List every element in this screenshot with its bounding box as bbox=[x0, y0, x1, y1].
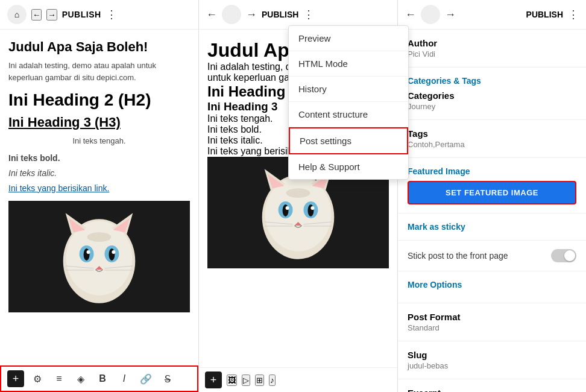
tags-label: Tags bbox=[408, 128, 576, 139]
categories-label: Categories bbox=[408, 90, 576, 101]
settings-button[interactable]: ⚙ bbox=[29, 370, 46, 387]
excerpt-section: Excerpt Not Set bbox=[398, 379, 586, 392]
italic-button[interactable]: I bbox=[116, 370, 133, 387]
left-home-button[interactable]: ⌂ bbox=[7, 5, 27, 24]
middle-gallery-button[interactable]: ⊞ bbox=[255, 375, 264, 386]
middle-back-button[interactable]: ← bbox=[206, 8, 217, 21]
gallery-icon: ⊞ bbox=[256, 376, 263, 385]
svg-point-10 bbox=[109, 248, 115, 261]
menu-item-post-settings[interactable]: Post settings bbox=[289, 127, 408, 154]
strikethrough-button[interactable]: S̶ bbox=[159, 370, 176, 387]
svg-point-37 bbox=[286, 188, 310, 198]
middle-more-button[interactable]: ⋮ bbox=[303, 8, 314, 21]
left-bottom-toolbar: + ⚙ ≡ ◈ B I 🔗 S̶ bbox=[0, 365, 198, 392]
menu-item-preview[interactable]: Preview bbox=[289, 26, 408, 51]
excerpt-label: Excerpt bbox=[408, 388, 576, 392]
menu-item-content-structure[interactable]: Content structure bbox=[289, 102, 408, 127]
svg-point-9 bbox=[84, 248, 90, 261]
middle-video-button[interactable]: ▷ bbox=[242, 375, 250, 386]
left-bold-text: Ini teks bold. bbox=[8, 152, 190, 165]
stick-post-section: Stick post to the front page bbox=[398, 241, 586, 271]
post-format-value: Standard bbox=[408, 323, 576, 332]
svg-point-28 bbox=[283, 204, 289, 217]
undo-icon: ← bbox=[33, 10, 40, 19]
mark-sticky-link[interactable]: Mark as sticky bbox=[408, 222, 576, 232]
align-icon: ≡ bbox=[56, 373, 61, 384]
italic-icon: I bbox=[123, 373, 125, 384]
more-options-section: More Options bbox=[398, 271, 586, 303]
stick-post-label: Stick post to the front page bbox=[408, 251, 508, 261]
drop-button[interactable]: ◈ bbox=[72, 370, 89, 387]
middle-audio-button[interactable]: ♪ bbox=[269, 375, 276, 386]
featured-image-label[interactable]: Featured Image bbox=[408, 166, 576, 176]
tags-section: Tags Contoh,Pertama bbox=[398, 120, 586, 158]
video-icon: ▷ bbox=[243, 376, 249, 385]
image-icon: 🖼 bbox=[228, 376, 236, 385]
drop-icon: ◈ bbox=[77, 373, 84, 385]
left-body: Ini adalah testing, demo atau apalah unt… bbox=[8, 60, 190, 83]
svg-point-29 bbox=[307, 204, 313, 217]
middle-publish-button[interactable]: PUBLISH bbox=[262, 10, 298, 19]
left-redo-button[interactable]: → bbox=[46, 9, 57, 21]
svg-point-12 bbox=[112, 250, 115, 254]
left-more-button[interactable]: ⋮ bbox=[106, 8, 117, 21]
tags-value: Contoh,Pertama bbox=[408, 140, 576, 149]
left-publish-button[interactable]: PUBLISH bbox=[62, 10, 101, 19]
right-home-button[interactable] bbox=[421, 5, 440, 24]
post-format-label: Post Format bbox=[408, 312, 576, 322]
slug-section: Slug judul-bebas bbox=[398, 341, 586, 379]
svg-point-31 bbox=[310, 206, 314, 210]
featured-image-section: Featured Image SET FEATURED IMAGE bbox=[398, 158, 586, 213]
svg-point-11 bbox=[87, 250, 90, 254]
categories-value: Journey bbox=[408, 102, 576, 111]
bold-button[interactable]: B bbox=[94, 370, 111, 387]
home-icon: ⌂ bbox=[14, 10, 19, 19]
bold-icon: B bbox=[99, 373, 106, 384]
strikethrough-icon: S̶ bbox=[165, 373, 171, 385]
left-content: Judul Apa Saja Boleh! Ini adalah testing… bbox=[0, 30, 198, 365]
categories-tags-link[interactable]: Categories & Tags bbox=[408, 76, 576, 86]
mark-sticky-section: Mark as sticky bbox=[398, 213, 586, 241]
gear-icon: ⚙ bbox=[33, 373, 42, 385]
stick-post-row: Stick post to the front page bbox=[408, 249, 576, 262]
set-featured-image-button[interactable]: SET FEATURED IMAGE bbox=[408, 181, 576, 204]
left-undo-button[interactable]: ← bbox=[31, 9, 42, 21]
slug-label: Slug bbox=[408, 350, 576, 360]
left-h2: Ini Heading 2 (H2) bbox=[8, 90, 190, 110]
svg-point-30 bbox=[286, 206, 289, 210]
author-value: Pici Vidi bbox=[408, 49, 576, 58]
audio-icon: ♪ bbox=[270, 376, 274, 385]
link-icon: 🔗 bbox=[140, 373, 152, 385]
left-cat-image bbox=[8, 201, 190, 312]
add-block-button[interactable]: + bbox=[7, 370, 24, 387]
middle-bottom-toolbar: + 🖼 ▷ ⊞ ♪ bbox=[199, 367, 397, 392]
middle-home-button[interactable] bbox=[222, 5, 241, 24]
dropdown-menu: Preview HTML Mode History Content struct… bbox=[288, 25, 409, 180]
right-more-button[interactable]: ⋮ bbox=[568, 8, 579, 21]
right-forward-button[interactable]: → bbox=[445, 8, 456, 21]
left-title: Judul Apa Saja Boleh! bbox=[8, 39, 190, 55]
menu-item-history[interactable]: History bbox=[289, 77, 408, 102]
middle-forward-button[interactable]: → bbox=[246, 8, 257, 21]
stick-post-toggle[interactable] bbox=[551, 249, 576, 262]
link-button[interactable]: 🔗 bbox=[137, 370, 154, 387]
left-link-text: Ini teks yang berisikan link. bbox=[8, 182, 190, 195]
left-editor-panel: ⌂ ← → PUBLISH ⋮ Judul Apa Saja Boleh! In… bbox=[0, 0, 199, 392]
redo-icon: → bbox=[48, 10, 55, 19]
middle-image-button[interactable]: 🖼 bbox=[227, 375, 237, 386]
menu-item-html-mode[interactable]: HTML Mode bbox=[289, 51, 408, 77]
right-publish-button[interactable]: PUBLISH bbox=[526, 10, 563, 19]
left-center-text: Ini teks tengah. bbox=[8, 135, 190, 147]
more-options-label[interactable]: More Options bbox=[408, 280, 576, 289]
slug-value: judul-bebas bbox=[408, 361, 576, 370]
post-format-section: Post Format Standard bbox=[398, 303, 586, 341]
menu-item-help-support[interactable]: Help & Support bbox=[289, 154, 408, 179]
middle-add-button[interactable]: + bbox=[205, 371, 222, 388]
right-back-button[interactable]: ← bbox=[405, 8, 416, 21]
author-label: Author bbox=[408, 38, 576, 48]
left-italic-text: Ini teks italic. bbox=[8, 167, 190, 180]
left-toolbar: ⌂ ← → PUBLISH ⋮ bbox=[0, 0, 198, 30]
right-settings-panel: ← → PUBLISH ⋮ Author Pici Vidi Categorie… bbox=[398, 0, 586, 392]
svg-point-18 bbox=[87, 232, 112, 242]
align-button[interactable]: ≡ bbox=[51, 370, 68, 387]
